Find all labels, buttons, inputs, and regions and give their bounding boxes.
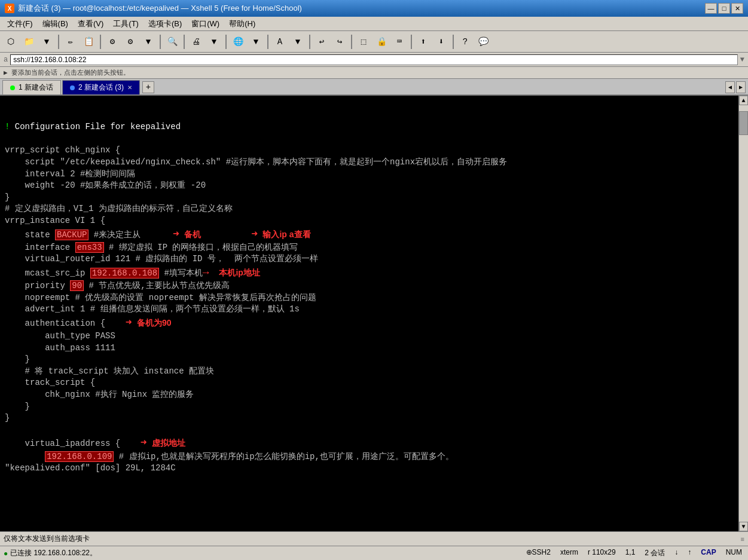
toolbar-btn-14[interactable]: A <box>271 33 288 50</box>
close-button[interactable]: ✕ <box>731 3 743 14</box>
num-indicator: NUM <box>723 548 744 558</box>
tab-1-label: 1 新建会话 <box>19 82 53 93</box>
menu-bar: 文件(F)编辑(B)查看(V)工具(T)选项卡(B)窗口(W)帮助(H) <box>0 17 748 31</box>
status-bar: 仅将文本发送到当前选项卡 ≡ <box>0 531 748 546</box>
menu-item-t[interactable]: 工具(T) <box>108 17 144 30</box>
address-dropdown-arrow[interactable]: ▼ <box>740 56 744 64</box>
menu-item-w[interactable]: 窗口(W) <box>187 17 224 30</box>
connected-indicator: ● <box>4 549 8 558</box>
menu-item-b[interactable]: 选项卡(B) <box>144 17 187 30</box>
cap-indicator: CAP <box>698 548 718 558</box>
tab-nav-right[interactable]: ▶ <box>736 81 746 93</box>
menu-item-h[interactable]: 帮助(H) <box>224 17 260 30</box>
minimize-button[interactable]: — <box>705 3 717 14</box>
arrow-up-icon: ↑ <box>685 548 694 558</box>
tab-1[interactable]: 1 新建会话 <box>2 80 61 94</box>
tab-nav-arrows: ◀ ▶ <box>725 81 746 93</box>
toolbar-btn-20[interactable]: ⌨ <box>391 33 408 50</box>
menu-item-v[interactable]: 查看(V) <box>73 17 108 30</box>
toolbar-btn-15[interactable]: ▼ <box>289 33 306 50</box>
window-controls: — □ ✕ <box>705 3 743 14</box>
toolbar-btn-13[interactable]: ▼ <box>248 33 264 50</box>
maximize-button[interactable]: □ <box>718 3 730 14</box>
toolbar-sep-3 <box>160 35 161 49</box>
status-right-icon: ≡ <box>741 535 744 543</box>
terminal-content: ! Configuration File for keepalived vrrp… <box>5 110 734 475</box>
address-bar: a ▼ <box>0 53 748 67</box>
toolbar-sep-7 <box>309 35 310 49</box>
cursor-pos: 1,1 <box>623 548 638 558</box>
toolbar-btn-10[interactable]: 🖨 <box>188 33 204 50</box>
toolbar-btn-4[interactable]: ✏ <box>62 33 79 50</box>
toolbar-btn-23[interactable]: ? <box>457 33 474 50</box>
tab-2-label: 2 新建会话 (3) <box>78 82 124 93</box>
toolbar-btn-3[interactable]: ▼ <box>38 33 55 50</box>
scrollbar[interactable]: ▲ ▼ <box>738 96 748 531</box>
toolbar-btn-17[interactable]: ↪ <box>331 33 348 50</box>
scroll-thumb[interactable] <box>739 111 748 135</box>
scroll-up-button[interactable]: ▲ <box>739 96 748 105</box>
menu-item-f[interactable]: 文件(F) <box>2 17 38 30</box>
size-status: r 110x29 <box>585 548 618 558</box>
toolbar-btn-8[interactable]: ▼ <box>140 33 157 50</box>
status-text: 仅将文本发送到当前选项卡 <box>4 534 741 544</box>
app-icon: X <box>5 4 14 13</box>
tab-nav-left[interactable]: ◀ <box>725 81 735 93</box>
scroll-down-button[interactable]: ▼ <box>739 522 748 531</box>
ssh-status: ⊕SSH2 <box>524 548 553 558</box>
tab-1-indicator <box>10 85 15 90</box>
scroll-track <box>739 105 748 522</box>
toolbar-btn-24[interactable]: 💬 <box>475 33 491 50</box>
address-input[interactable] <box>10 54 738 65</box>
toolbar-btn-22[interactable]: ⬇ <box>433 33 450 50</box>
terminal-wrapper: ! Configuration File for keepalived vrrp… <box>0 96 748 531</box>
arrow-down-icon: ↓ <box>672 548 680 558</box>
tab-bar: 1 新建会话 2 新建会话 (3) ✕ + ◀ ▶ <box>0 79 748 96</box>
terminal[interactable]: ! Configuration File for keepalived vrrp… <box>0 96 738 531</box>
session-hint-text: ▶ 要添加当前会话，点击左侧的箭头按钮。 <box>4 68 130 77</box>
toolbar-sep-9 <box>411 35 412 49</box>
tab-add-button[interactable]: + <box>142 81 154 93</box>
toolbar-btn-7[interactable]: ⚙ <box>122 33 139 50</box>
toolbar-btn-12[interactable]: 🌐 <box>230 33 246 50</box>
toolbar-btn-19[interactable]: 🔒 <box>373 33 390 50</box>
toolbar-sep-2 <box>100 35 101 49</box>
toolbar-sep-5 <box>225 35 227 49</box>
title-bar: X 新建会话 (3) — root@localhost:/etc/keepali… <box>0 0 748 17</box>
toolbar-btn-9[interactable]: 🔍 <box>164 33 181 50</box>
menu-item-b[interactable]: 编辑(B) <box>38 17 73 30</box>
window-title: 新建会话 (3) — root@localhost:/etc/keepalive… <box>18 3 705 14</box>
conn-right: ⊕SSH2 xterm r 110x29 1,1 2 会话 ↓ ↑ CAP NU… <box>524 548 744 558</box>
toolbar-sep-10 <box>453 35 454 49</box>
toolbar-btn-16[interactable]: ↩ <box>313 33 330 50</box>
toolbar-sep-6 <box>267 35 268 49</box>
toolbar-btn-6[interactable]: ⚙ <box>104 33 121 50</box>
tab-2-close[interactable]: ✕ <box>127 84 132 91</box>
toolbar-sep-1 <box>58 35 59 49</box>
address-icon: a <box>4 56 8 64</box>
toolbar-btn-11[interactable]: ▼ <box>206 33 222 50</box>
toolbar-btn-21[interactable]: ⬆ <box>415 33 432 50</box>
tab-2-indicator <box>70 85 75 90</box>
session-hint-bar: ▶ 要添加当前会话，点击左侧的箭头按钮。 <box>0 67 748 79</box>
toolbar-btn-1[interactable]: ⬡ <box>2 33 19 50</box>
connected-text: 已连接 192.168.0.108:22。 <box>10 548 97 558</box>
toolbar-sep-4 <box>184 35 185 49</box>
toolbar-btn-18[interactable]: ⬚ <box>355 33 372 50</box>
toolbar: ⬡ 📁 ▼ ✏ 📋 ⚙ ⚙ ▼ 🔍 🖨 ▼ 🌐 ▼ A ▼ ↩ ↪ ⬚ 🔒 ⌨ … <box>0 31 748 53</box>
tab-2[interactable]: 2 新建会话 (3) ✕ <box>62 80 140 94</box>
connection-bar: ● 已连接 192.168.0.108:22。 ⊕SSH2 xterm r 11… <box>0 546 748 560</box>
toolbar-btn-2[interactable]: 📁 <box>20 33 37 50</box>
toolbar-sep-8 <box>351 35 352 49</box>
toolbar-btn-5[interactable]: 📋 <box>80 33 97 50</box>
sessions-count: 2 会话 <box>642 548 667 558</box>
term-status: xterm <box>558 548 581 558</box>
